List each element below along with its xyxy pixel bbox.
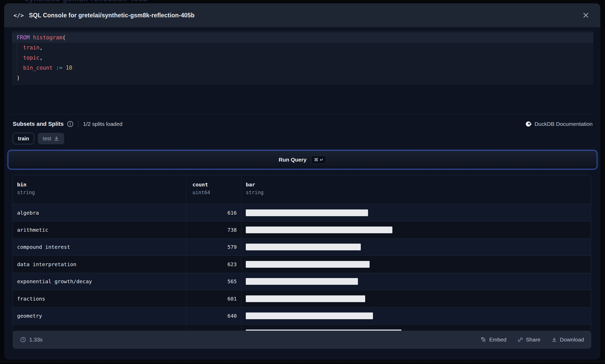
- splits-status: 1/2 splits loaded: [83, 121, 123, 127]
- bin-cell: algebra: [13, 204, 186, 221]
- count-cell: 616: [186, 204, 241, 221]
- column-type: string: [17, 190, 186, 195]
- code-line: topic,: [12, 53, 593, 63]
- indent-guide: [17, 43, 17, 73]
- column-header-count: countuint64: [186, 175, 241, 204]
- split-pill-test[interactable]: test: [38, 133, 64, 144]
- code-line: bin_count := 10: [12, 63, 593, 73]
- code-line: train,: [12, 43, 593, 53]
- modal-title: SQL Console for gretelai/synthetic-gsm8k…: [29, 12, 195, 19]
- embed-icon: [481, 337, 486, 343]
- query-duration: 1.33s: [20, 337, 42, 343]
- count-cell: 623: [186, 256, 241, 273]
- split-pills: traintest: [13, 133, 64, 144]
- column-type: string: [246, 190, 591, 195]
- code-token: [17, 55, 23, 61]
- column-header-bar: barstring: [241, 175, 591, 204]
- close-button[interactable]: [581, 10, 591, 20]
- code-token: [53, 65, 56, 71]
- split-pill-train[interactable]: train: [13, 133, 34, 144]
- code-token: FROM: [17, 34, 30, 41]
- heading-divider: [78, 121, 78, 127]
- count-cell: 640: [186, 307, 241, 324]
- code-line: ): [12, 73, 593, 83]
- download-icon: [551, 337, 557, 343]
- info-icon[interactable]: [67, 121, 74, 127]
- code-token: [30, 34, 33, 41]
- column-name: count: [192, 181, 241, 188]
- histogram-bar: [246, 261, 370, 268]
- run-query-label: Run Query: [279, 157, 306, 163]
- bin-cell: geometry: [13, 307, 186, 324]
- histogram-bar: [246, 209, 368, 216]
- background-dashed-line: [0, 361, 605, 362]
- code-token: ): [17, 75, 20, 81]
- code-token: [17, 65, 23, 71]
- footer-actions: EmbedShareDownload: [481, 337, 584, 343]
- histogram-bar: [246, 244, 361, 250]
- split-pill-label: test: [43, 136, 51, 142]
- results-footer: 1.33s EmbedShareDownload: [13, 331, 591, 349]
- column-name: bin: [17, 181, 186, 188]
- subsets-row: Subsets and Splits 1/2 splits loaded Duc…: [13, 118, 593, 130]
- histogram-bar: [246, 312, 373, 319]
- duration-text: 1.33s: [29, 337, 42, 343]
- code-line: FROM histogram(: [12, 33, 593, 43]
- column-type: uint64: [192, 190, 241, 195]
- table-header-row: binstringcountuint64barstring: [13, 175, 591, 204]
- code-token: histogram: [33, 34, 62, 41]
- bin-cell: data interpretation: [13, 256, 186, 273]
- table-row: data interpretation623: [13, 256, 591, 273]
- results-table[interactable]: binstringcountuint64barstring algebra616…: [12, 175, 591, 333]
- histogram-bar: [246, 295, 365, 302]
- bar-cell: [241, 273, 591, 290]
- table-body: algebra616arithmetic738compound interest…: [13, 204, 591, 333]
- histogram-bar: [246, 278, 358, 285]
- bar-cell: [241, 239, 591, 256]
- column-name: bar: [246, 181, 591, 188]
- table-row: algebra616: [13, 204, 591, 221]
- background-page-text: synthetic-gsm8k-reflection-405b: [25, 0, 148, 3]
- count-cell: 738: [186, 221, 241, 238]
- bar-cell: [241, 221, 591, 238]
- page-background: synthetic-gsm8k-reflection-405b </> SQL …: [0, 0, 605, 364]
- bin-cell: compound interest: [13, 239, 186, 256]
- action-label: Share: [526, 337, 541, 343]
- code-token: 10: [66, 65, 72, 71]
- code-token: (: [62, 34, 66, 41]
- column-header-bin: binstring: [13, 175, 186, 204]
- run-query-button[interactable]: Run Query ⌘ ↵: [8, 150, 597, 169]
- subsets-heading: Subsets and Splits: [13, 121, 64, 127]
- share-icon: [517, 337, 523, 343]
- table-row: geometry640: [13, 307, 591, 324]
- table-row: arithmetic738: [13, 221, 591, 238]
- bar-cell: [241, 307, 591, 324]
- modal-header: </> SQL Console for gretelai/synthetic-g…: [4, 3, 600, 27]
- bin-cell: exponential growth/decay: [13, 273, 186, 290]
- close-icon: [583, 12, 589, 18]
- section-divider: [12, 114, 593, 115]
- download-button[interactable]: Download: [551, 337, 584, 343]
- action-label: Embed: [489, 337, 507, 343]
- bar-cell: [241, 290, 591, 307]
- embed-button[interactable]: Embed: [481, 337, 507, 343]
- code-token: train: [23, 45, 39, 51]
- clock-icon: [20, 337, 26, 343]
- table-row: fractions601: [13, 290, 591, 307]
- keyboard-shortcut: ⌘ ↵: [311, 156, 326, 164]
- bar-cell: [241, 256, 591, 273]
- action-label: Download: [560, 337, 584, 343]
- table-row: compound interest579: [13, 238, 591, 256]
- duckdb-doc-link[interactable]: DuckDB Documentation: [525, 121, 593, 127]
- download-icon: [54, 136, 59, 141]
- count-cell: 565: [186, 273, 241, 290]
- code-token: :=: [56, 65, 62, 71]
- count-cell: 601: [186, 290, 241, 307]
- histogram-bar: [246, 227, 392, 233]
- code-token: topic: [23, 55, 39, 61]
- code-token: ,: [40, 55, 43, 61]
- code-token: [17, 45, 23, 51]
- share-button[interactable]: Share: [517, 337, 541, 343]
- table-row: exponential growth/decay565: [13, 273, 591, 290]
- sql-editor[interactable]: FROM histogram( train, topic, bin_count …: [12, 31, 593, 85]
